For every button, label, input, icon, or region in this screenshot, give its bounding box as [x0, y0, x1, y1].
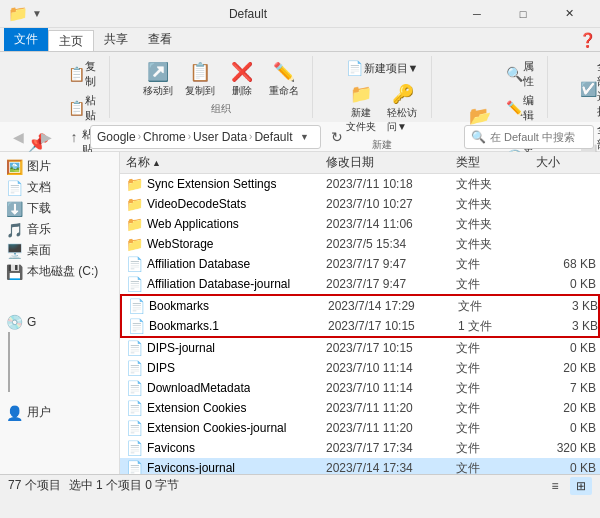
properties-button[interactable]: 🔍 属性 [502, 58, 539, 90]
select-all-button[interactable]: ☑️ 全部选择 [576, 58, 600, 120]
sidebar-item-documents[interactable]: 📄 文档 [0, 177, 119, 198]
sidebar-item-g[interactable]: 💿 G [0, 312, 119, 332]
header-type[interactable]: 类型 [456, 154, 536, 171]
file-type-icon: 📄 [126, 380, 143, 396]
delete-button[interactable]: ❌ 删除 [222, 58, 262, 100]
file-type: 文件 [456, 360, 536, 377]
list-item[interactable]: 📄 Favicons 2023/7/17 17:34 文件 320 KB [120, 438, 600, 458]
file-item-name: 📄 Extension Cookies [126, 400, 326, 416]
file-name: DownloadMetadata [147, 381, 250, 395]
sidebar-item-music[interactable]: 🎵 音乐 [0, 219, 119, 240]
tab-file[interactable]: 文件 [4, 28, 48, 51]
header-date[interactable]: 修改日期 [326, 154, 456, 171]
tab-home[interactable]: 主页 [48, 30, 94, 51]
list-item[interactable]: 📄 DownloadMetadata 2023/7/10 11:14 文件 7 … [120, 378, 600, 398]
file-size: 0 KB [536, 461, 596, 474]
file-size: 0 KB [536, 277, 596, 291]
breadcrumb-userdata[interactable]: User Data [193, 130, 247, 144]
dropdown-icon[interactable]: ▼ [32, 8, 42, 19]
paste-button[interactable]: 📋 粘贴 [64, 92, 101, 124]
new-folder-icon: 📁 [349, 82, 373, 106]
copy-to-label: 复制到 [185, 84, 215, 98]
list-item[interactable]: 📄 DIPS 2023/7/10 11:14 文件 20 KB [120, 358, 600, 378]
search-input[interactable] [490, 131, 587, 143]
list-item[interactable]: 📄 Extension Cookies-journal 2023/7/11 11… [120, 418, 600, 438]
pictures-icon: 🖼️ [6, 159, 23, 175]
downloads-icon: ⬇️ [6, 201, 23, 217]
list-item[interactable]: 📄 Bookmarks 2023/7/14 17:29 文件 3 KB [122, 296, 598, 316]
maximize-button[interactable]: □ [500, 0, 546, 28]
sidebar-item-user[interactable]: 👤 用户 [0, 402, 119, 423]
sidebar-item-downloads[interactable]: ⬇️ 下载 [0, 198, 119, 219]
file-item-name: 📄 DownloadMetadata [126, 380, 326, 396]
select-all-icon: ☑️ [580, 80, 597, 98]
minimize-button[interactable]: ─ [454, 0, 500, 28]
sidebar-item-desktop[interactable]: 🖥️ 桌面 [0, 240, 119, 261]
file-date: 2023/7/11 11:20 [326, 421, 456, 435]
easy-access-button[interactable]: 🔑 轻松访问▼ [383, 80, 423, 136]
file-type: 文件 [456, 440, 536, 457]
close-button[interactable]: ✕ [546, 0, 592, 28]
help-icon[interactable]: ❓ [579, 32, 596, 48]
file-type: 文件 [456, 340, 536, 357]
header-name[interactable]: 名称 ▲ [126, 154, 326, 171]
breadcrumb-google[interactable]: Google [97, 130, 136, 144]
new-folder-label: 新建文件夹 [346, 106, 376, 134]
g-label: G [27, 315, 36, 329]
edit-icon: ✏️ [506, 99, 523, 117]
copy-button[interactable]: 📋 复制 [64, 58, 101, 90]
file-list: 名称 ▲ 修改日期 类型 大小 📁 Sync Extension Setting… [120, 152, 600, 474]
ribbon-group-organize: ↗️ 移动到 📋 复制到 ❌ 删除 ✏️ 重命名 组织 [130, 56, 313, 118]
breadcrumb-dropdown[interactable]: ▼ [294, 126, 314, 148]
copy-to-button[interactable]: 📋 复制到 [180, 58, 220, 100]
list-item[interactable]: 📄 Affiliation Database 2023/7/17 9:47 文件… [120, 254, 600, 274]
list-item[interactable]: 📄 Bookmarks.1 2023/7/17 10:15 1 文件 3 KB [122, 316, 598, 336]
list-item[interactable]: 📁 Sync Extension Settings 2023/7/11 10:1… [120, 174, 600, 194]
breadcrumb-default[interactable]: Default [254, 130, 292, 144]
file-item-name: 📁 VideoDecodeStats [126, 196, 326, 212]
list-item[interactable]: 📁 Web Applications 2023/7/14 11:06 文件夹 [120, 214, 600, 234]
delete-label: 删除 [232, 84, 252, 98]
rename-button[interactable]: ✏️ 重命名 [264, 58, 304, 100]
file-type: 文件 [456, 380, 536, 397]
sidebar-item-pictures[interactable]: 🖼️ 图片 [0, 156, 119, 177]
tab-share[interactable]: 共享 [94, 28, 138, 51]
list-item[interactable]: 📁 WebStorage 2023/7/5 15:34 文件夹 [120, 234, 600, 254]
breadcrumb-chrome[interactable]: Chrome [143, 130, 186, 144]
user-icon: 👤 [6, 405, 23, 421]
list-item[interactable]: 📄 DIPS-journal 2023/7/17 10:15 文件 0 KB [120, 338, 600, 358]
up-button[interactable]: ↑ [62, 125, 86, 149]
new-item-button[interactable]: 📄 新建项目▼ [342, 58, 423, 78]
list-item[interactable]: 📁 VideoDecodeStats 2023/7/10 10:27 文件夹 [120, 194, 600, 214]
header-size[interactable]: 大小 [536, 154, 596, 171]
tab-view[interactable]: 查看 [138, 28, 182, 51]
list-item[interactable]: 📄 Extension Cookies 2023/7/11 11:20 文件 2… [120, 398, 600, 418]
status-bar: 77 个项目 选中 1 个项目 0 字节 ≡ ⊞ [0, 474, 600, 496]
g-drive-icon: 💿 [6, 314, 23, 330]
properties-label: 属性 [523, 59, 535, 89]
music-icon: 🎵 [6, 222, 23, 238]
move-to-button[interactable]: ↗️ 移动到 [138, 58, 178, 100]
file-item-name: 📁 WebStorage [126, 236, 326, 252]
documents-label: 文档 [27, 179, 51, 196]
file-date: 2023/7/5 15:34 [326, 237, 456, 251]
ribbon-group-open: 📂 打开▼ 🔍 属性 ✏️ 编辑 🕐 历史记录 打开 [452, 56, 548, 118]
desktop-label: 桌面 [27, 242, 51, 259]
detail-view-button[interactable]: ≡ [544, 477, 566, 495]
file-name: Affiliation Database-journal [147, 277, 290, 291]
search-box[interactable]: 🔍 [464, 125, 594, 149]
paste-icon: 📋 [68, 99, 85, 117]
window-controls: ─ □ ✕ [454, 0, 592, 28]
list-item[interactable]: 📄 Affiliation Database-journal 2023/7/17… [120, 274, 600, 294]
new-item-label: 新建项目▼ [364, 61, 419, 76]
back-button[interactable]: ◀ [6, 125, 30, 149]
edit-button[interactable]: ✏️ 编辑 [502, 92, 539, 124]
forward-button[interactable]: ▶ [34, 125, 58, 149]
file-type-icon: 📄 [126, 420, 143, 436]
large-icon-view-button[interactable]: ⊞ [570, 477, 592, 495]
file-item-name: 📄 Bookmarks.1 [128, 318, 328, 334]
list-item[interactable]: 📄 Favicons-journal 2023/7/14 17:34 文件 0 … [120, 458, 600, 474]
sidebar-item-local-disk[interactable]: 💾 本地磁盘 (C:) [0, 261, 119, 282]
refresh-button[interactable]: ↻ [325, 125, 349, 149]
file-date: 2023/7/10 11:14 [326, 381, 456, 395]
